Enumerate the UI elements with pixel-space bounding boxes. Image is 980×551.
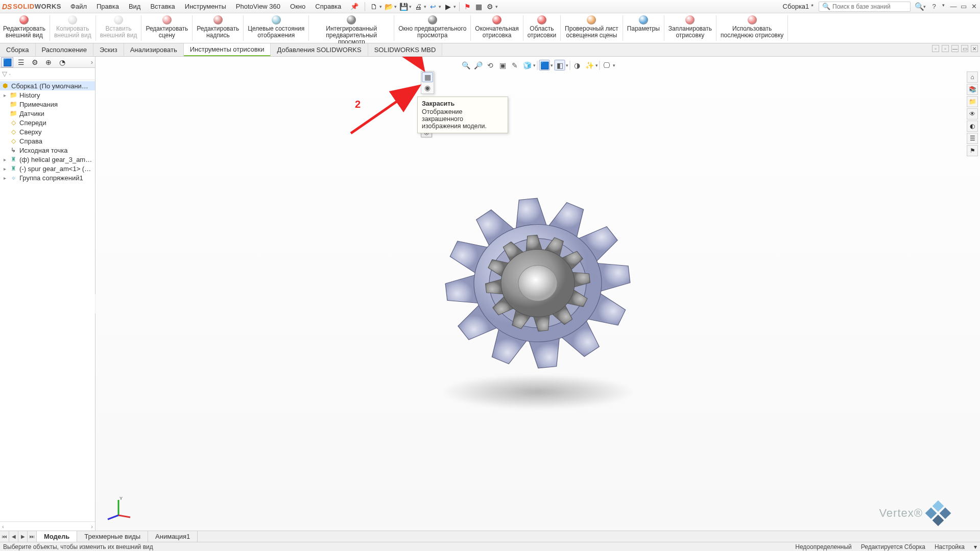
status-custom[interactable]: Настройка — [935, 543, 965, 550]
collapse-2-icon[interactable]: ▫ — [942, 45, 949, 52]
schedule-render-button[interactable]: Запланироватьотрисовку — [665, 13, 715, 43]
tp-appearance-icon[interactable]: ◐ — [967, 121, 978, 132]
fm-tab-display-icon[interactable]: ◔ — [56, 57, 68, 67]
shaded-icon[interactable]: ◉ — [422, 83, 433, 93]
doc-close-icon[interactable]: ✕ — [971, 45, 978, 52]
tree-item[interactable]: ▸♜(ф) helical gear_3_am<1> (Metric) — [0, 155, 95, 164]
menu-photoview[interactable]: PhotoView 360 — [232, 1, 284, 12]
fm-tab-dim-icon[interactable]: ⊕ — [42, 57, 55, 67]
tab-animation[interactable]: Анимация1 — [148, 531, 198, 542]
help-icon[interactable]: ? — [930, 3, 938, 10]
tree-item[interactable]: ▸⟐Группа сопряжений1 — [0, 173, 95, 182]
use-last-render-button[interactable]: Использоватьпоследнюю отрисовку — [718, 13, 786, 43]
menu-insert[interactable]: Вставка — [146, 1, 179, 12]
status-drop-icon[interactable]: ▾ — [974, 543, 977, 550]
doc-max-icon[interactable]: ▭ — [961, 45, 968, 52]
vcr-next-icon[interactable]: ▶ — [18, 531, 28, 542]
tab-анализировать[interactable]: Анализировать — [124, 43, 184, 56]
tree-item[interactable]: ◇Справа — [0, 136, 95, 146]
menu-file[interactable]: Файл — [66, 1, 91, 12]
tp-home-icon[interactable]: ⌂ — [967, 71, 978, 83]
final-render-button[interactable]: Окончательнаяотрисовка — [472, 13, 521, 43]
options-icon[interactable]: ⚙ — [485, 2, 494, 11]
section-icon[interactable]: ▣ — [497, 60, 508, 70]
fm-horizontal-scroll[interactable]: ‹› — [0, 521, 95, 531]
edit-appearance-icon[interactable]: ◑ — [572, 60, 583, 70]
minimize-icon[interactable]: — — [949, 3, 958, 10]
tp-view-icon[interactable]: 👁 — [967, 108, 978, 119]
tp-props-icon[interactable]: ☰ — [967, 133, 978, 144]
print-icon[interactable]: 🖨 — [414, 2, 423, 11]
fm-tab-tree-icon[interactable]: 🟦 — [1, 57, 13, 67]
doc-min-icon[interactable]: — — [951, 45, 959, 52]
tab-solidworks-mbd[interactable]: SOLIDWORKS MBD — [368, 43, 443, 56]
tree-item[interactable]: ◇Спереди — [0, 118, 95, 127]
prev-view-icon[interactable]: ⟲ — [485, 60, 496, 70]
view-settings-icon[interactable]: 🖵 — [602, 60, 612, 70]
open-icon[interactable]: 📂 — [384, 2, 393, 11]
new-icon[interactable]: 🗋 — [369, 2, 378, 11]
dynamic-icon[interactable]: ✎ — [510, 60, 520, 70]
tree-item[interactable]: 📁Примечания — [0, 100, 95, 109]
view-orient-icon[interactable]: 🧊 — [522, 60, 533, 70]
tree-item[interactable]: ▸📁History — [0, 90, 95, 100]
collapse-1-icon[interactable]: ▫ — [932, 45, 939, 52]
display-states-button[interactable]: Целевые состоянияотображения — [245, 13, 307, 43]
display-style-icon[interactable]: 🟦 — [539, 60, 550, 70]
save-icon[interactable]: 💾 — [399, 2, 408, 11]
menu-edit[interactable]: Правка — [92, 1, 123, 12]
menu-help[interactable]: Справка — [311, 1, 345, 12]
menu-window[interactable]: Окно — [286, 1, 309, 12]
edit-appearance-button[interactable]: Редактироватьвнешний вид — [0, 13, 49, 43]
twisty-icon[interactable]: ▸ — [2, 157, 7, 162]
edit-scene-button[interactable]: Редактироватьсцену — [142, 13, 191, 43]
fm-tab-config-icon[interactable]: ⚙ — [29, 57, 41, 67]
tree-item[interactable]: ▸♜(-) spur gear_am<1> (Metric) — [0, 164, 95, 173]
pin-icon[interactable]: 📌 — [350, 3, 358, 10]
menu-view[interactable]: Вид — [125, 1, 145, 12]
preview-window-button[interactable]: Окно предварительногопросмотра — [395, 13, 469, 43]
tab-добавления-solidworks[interactable]: Добавления SOLIDWORKS — [271, 43, 368, 56]
search-input[interactable] — [832, 3, 909, 10]
undo-icon[interactable]: ↩ — [428, 2, 438, 11]
zoom-fit-icon[interactable]: 🔍 — [461, 60, 471, 70]
apply-scene-icon[interactable]: ✨ — [584, 60, 595, 70]
twisty-icon[interactable]: ▸ — [2, 175, 7, 181]
tab-расположение[interactable]: Расположение — [36, 43, 93, 56]
fm-expand-icon[interactable]: › — [91, 58, 93, 66]
vcr-prev-icon[interactable]: ◀ — [9, 531, 18, 542]
zoom-area-icon[interactable]: 🔎 — [473, 60, 484, 70]
fm-filter-bar[interactable]: ▽ · — [0, 68, 95, 80]
lighting-check-button[interactable]: Проверочный листосвещения сцены — [562, 13, 622, 43]
select-icon[interactable]: ▶ — [443, 2, 452, 11]
layout-icon[interactable]: ▦ — [474, 2, 483, 11]
3d-viewport[interactable]: 🔍 🔎 ⟲ ▣ ✎ 🧊▾ 🟦▾ ◧▾ ◑ ✨▾ 🖵▾ ▦ ◉ ◎ Закраси… — [95, 57, 980, 531]
menu-tools[interactable]: Инструменты — [181, 1, 230, 12]
fm-tab-property-icon[interactable]: ☰ — [15, 57, 27, 67]
tp-explorer-icon[interactable]: 📁 — [967, 96, 978, 107]
edit-decal-button[interactable]: Редактироватьнадпись — [194, 13, 242, 43]
options-button[interactable]: Параметры — [624, 13, 663, 43]
tab-инструменты-отрисовки[interactable]: Инструменты отрисовки — [184, 43, 271, 56]
twisty-icon[interactable]: ▸ — [2, 92, 7, 98]
rebuild-icon[interactable]: ⚑ — [463, 2, 472, 11]
integrated-preview-button[interactable]: Интегрированныйпредварительный просмотр — [310, 13, 393, 43]
tree-item[interactable]: ◇Сверху — [0, 127, 95, 136]
search-box[interactable]: 🔍 — [819, 2, 911, 12]
tab-сборка[interactable]: Сборка — [0, 43, 36, 56]
hidden-lines-icon[interactable]: ◧ — [555, 60, 565, 70]
shaded-edges-icon[interactable]: ▦ — [422, 72, 433, 82]
maximize-icon[interactable]: ▭ — [960, 3, 968, 10]
tree-item[interactable]: ↳Исходная точка — [0, 146, 95, 155]
twisty-icon[interactable]: ▸ — [2, 166, 7, 172]
tab-эскиз[interactable]: Эскиз — [93, 43, 124, 56]
render-region-button[interactable]: Областьотрисовки — [524, 13, 559, 43]
close-icon[interactable]: ✕ — [970, 3, 978, 10]
tp-forum-icon[interactable]: ⚑ — [967, 145, 978, 156]
vcr-last-icon[interactable]: ⏭ — [28, 531, 37, 542]
tree-item[interactable]: 📁Датчики — [0, 109, 95, 118]
tree-root[interactable]: ⬢ Сборка1 (По умолчанию<По умолчанию>) — [0, 81, 95, 90]
tab-3dviews[interactable]: Трехмерные виды — [77, 531, 148, 542]
vcr-first-icon[interactable]: ⏮ — [0, 531, 9, 542]
tp-library-icon[interactable]: 📚 — [967, 84, 978, 95]
